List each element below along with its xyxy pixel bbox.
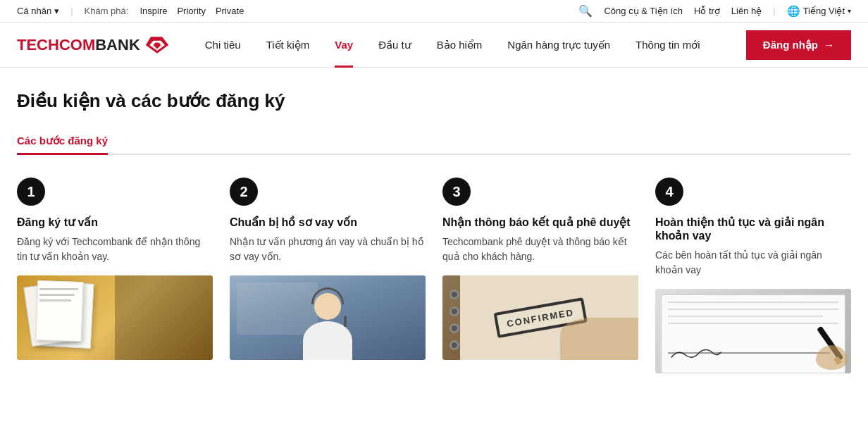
nav-vay[interactable]: Vay bbox=[322, 23, 366, 68]
login-label: Đăng nhập bbox=[763, 39, 818, 51]
personal-label: Cá nhân bbox=[17, 6, 51, 16]
nav-links: Chi tiêu Tiết kiệm Vay Đầu tư Bảo hiểm N… bbox=[192, 23, 746, 68]
top-bar-right: 🔍 Công cụ & Tiện ích Hỗ trợ Liên hệ | 🌐 … bbox=[578, 4, 851, 18]
divider: | bbox=[70, 6, 73, 16]
logo[interactable]: TECHCOMBANK bbox=[17, 35, 170, 55]
logo-diamond-icon bbox=[144, 35, 170, 55]
step-1-number: 1 bbox=[17, 178, 45, 206]
main-nav: TECHCOMBANK Chi tiêu Tiết kiệm Vay Đầu t… bbox=[0, 23, 868, 68]
lang-label: Tiếng Việt bbox=[803, 6, 845, 16]
logo-text: TECHCOMBANK bbox=[17, 36, 140, 54]
contact-link[interactable]: Liên hệ bbox=[731, 6, 762, 16]
search-button[interactable]: 🔍 bbox=[578, 4, 593, 18]
chevron-down-icon: ▾ bbox=[848, 7, 851, 15]
language-selector[interactable]: 🌐 Tiếng Việt ▾ bbox=[787, 5, 851, 18]
arrow-right-icon: → bbox=[824, 39, 834, 51]
login-button[interactable]: Đăng nhập → bbox=[746, 30, 851, 60]
support-link[interactable]: Hỗ trợ bbox=[694, 6, 720, 16]
globe-icon: 🌐 bbox=[787, 5, 800, 18]
explore-label: Khám phá: bbox=[85, 6, 129, 16]
step-1: 1 Đăng ký tư vấn Đăng ký với Techcombank… bbox=[17, 178, 213, 373]
logo-tech: TECHCOM bbox=[17, 36, 95, 54]
step-4-image bbox=[655, 289, 851, 373]
nav-right: Đăng nhập → bbox=[746, 30, 851, 60]
step-4: 4 Hoàn thiện thủ tục và giải ngân khoản … bbox=[655, 178, 851, 373]
page-title: Điều kiện và các bước đăng ký bbox=[17, 90, 851, 112]
tools-link[interactable]: Công cụ & Tiện ích bbox=[604, 6, 682, 16]
personal-selector[interactable]: Cá nhân ▾ bbox=[17, 6, 59, 16]
nav-thong-tin[interactable]: Thông tin mới bbox=[623, 23, 713, 68]
step-3-title: Nhận thông báo kết quả phê duyệt bbox=[442, 216, 638, 229]
nav-bao-hiem[interactable]: Bảo hiểm bbox=[424, 23, 495, 68]
nav-tiet-kiem[interactable]: Tiết kiệm bbox=[254, 23, 323, 68]
page-content: Điều kiện và các bước đăng ký Các bước đ… bbox=[0, 68, 868, 373]
step-1-title: Đăng ký tư vấn bbox=[17, 216, 213, 229]
personal-menu: Cá nhân ▾ | Khám phá: bbox=[17, 6, 128, 16]
step-2-number: 2 bbox=[230, 178, 258, 206]
explore-private[interactable]: Private bbox=[216, 6, 244, 16]
step-3-number: 3 bbox=[442, 178, 471, 206]
step-4-number: 4 bbox=[655, 178, 683, 206]
step-3: 3 Nhận thông báo kết quả phê duyệt Techc… bbox=[442, 178, 638, 373]
step-4-title: Hoàn thiện thủ tục và giải ngân khoản va… bbox=[655, 216, 851, 242]
step-2-image bbox=[230, 275, 426, 360]
explore-links: Inspire Priority Private bbox=[140, 6, 244, 16]
step-4-desc: Các bên hoàn tất thủ tục và giải ngân kh… bbox=[655, 248, 851, 278]
nav-dau-tu[interactable]: Đầu tư bbox=[366, 23, 424, 68]
top-bar: Cá nhân ▾ | Khám phá: Inspire Priority P… bbox=[0, 0, 868, 23]
step-2-desc: Nhận tư vấn phương án vay và chuẩn bị hồ… bbox=[230, 235, 426, 264]
nav-chi-tieu[interactable]: Chi tiêu bbox=[192, 23, 254, 68]
step-2: 2 Chuẩn bị hồ sơ vay vốn Nhận tư vấn phư… bbox=[230, 178, 426, 373]
explore-priority[interactable]: Priority bbox=[177, 6, 205, 16]
tabs: Các bước đăng ký bbox=[17, 129, 851, 155]
step-3-image: CONFIRMED bbox=[442, 275, 638, 360]
nav-ngan-hang[interactable]: Ngân hàng trực tuyến bbox=[495, 23, 623, 68]
divider2: | bbox=[773, 6, 775, 16]
logo-bank: BANK bbox=[95, 36, 140, 54]
steps-grid: 1 Đăng ký tư vấn Đăng ký với Techcombank… bbox=[17, 178, 851, 373]
explore-inspire[interactable]: Inspire bbox=[140, 6, 167, 16]
step-1-desc: Đăng ký với Techcombank để nhận thông ti… bbox=[17, 235, 213, 264]
tab-cac-buoc[interactable]: Các bước đăng ký bbox=[17, 129, 108, 155]
chevron-down-icon: ▾ bbox=[54, 6, 59, 16]
step-3-desc: Techcombank phê duyệt và thông báo kết q… bbox=[442, 235, 638, 264]
step-1-image bbox=[17, 275, 213, 360]
step-2-title: Chuẩn bị hồ sơ vay vốn bbox=[230, 216, 426, 229]
